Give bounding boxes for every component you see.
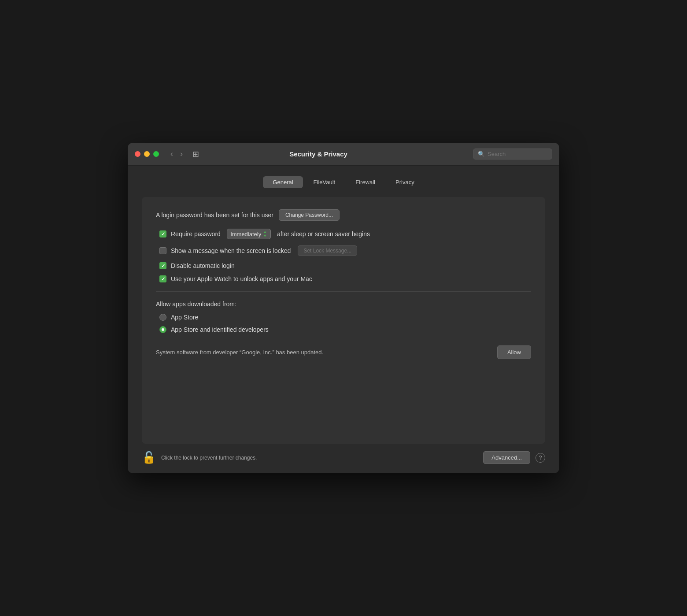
- app-store-label: App Store: [171, 314, 198, 321]
- password-notice-text: A login password has been set for this u…: [156, 212, 273, 219]
- require-password-label: Require password: [171, 230, 221, 237]
- google-notice-row: System software from developer “Google, …: [156, 342, 531, 363]
- password-notice-row: A login password has been set for this u…: [156, 209, 531, 221]
- search-box[interactable]: 🔍: [473, 148, 552, 160]
- app-store-identified-radio[interactable]: [159, 326, 166, 333]
- lock-text: Click the lock to prevent further change…: [161, 455, 478, 461]
- arrow-down-icon[interactable]: ▼: [263, 234, 267, 238]
- close-button[interactable]: [135, 151, 140, 157]
- timing-value: immediately: [231, 231, 261, 237]
- tab-firewall[interactable]: Firewall: [346, 176, 385, 188]
- tab-privacy[interactable]: Privacy: [386, 176, 424, 188]
- general-panel: A login password has been set for this u…: [142, 197, 545, 444]
- show-message-checkbox[interactable]: [159, 247, 166, 254]
- set-lock-message-button: Set Lock Message...: [298, 245, 357, 256]
- lock-icon[interactable]: 🔓: [142, 451, 156, 464]
- require-password-row: Require password immediately ▲ ▼ after s…: [156, 229, 531, 239]
- app-store-identified-radio-row: App Store and identified developers: [156, 326, 531, 333]
- divider: [156, 291, 531, 292]
- search-input[interactable]: [488, 151, 547, 157]
- main-window: ‹ › ⊞ Security & Privacy 🔍 General FileV…: [128, 143, 559, 473]
- maximize-button[interactable]: [153, 151, 159, 157]
- apple-watch-checkbox[interactable]: [159, 275, 166, 282]
- footer: 🔓 Click the lock to prevent further chan…: [128, 444, 559, 473]
- content-area: General FileVault Firewall Privacy A log…: [128, 166, 559, 444]
- timing-dropdown[interactable]: immediately ▲ ▼: [227, 229, 271, 239]
- show-message-label: Show a message when the screen is locked: [171, 247, 291, 254]
- show-message-row: Show a message when the screen is locked…: [156, 245, 531, 256]
- titlebar: ‹ › ⊞ Security & Privacy 🔍: [128, 143, 559, 166]
- traffic-lights: [135, 151, 159, 157]
- app-store-radio[interactable]: [159, 314, 166, 321]
- app-store-radio-row: App Store: [156, 314, 531, 321]
- search-icon: 🔍: [478, 151, 485, 157]
- tab-general[interactable]: General: [263, 176, 303, 188]
- disable-autologin-checkbox[interactable]: [159, 262, 166, 269]
- google-notice-text: System software from developer “Google, …: [156, 349, 323, 356]
- change-password-button[interactable]: Change Password...: [279, 209, 340, 221]
- disable-autologin-row: Disable automatic login: [156, 262, 531, 269]
- help-button[interactable]: ?: [536, 453, 545, 463]
- disable-autologin-label: Disable automatic login: [171, 262, 235, 269]
- app-store-identified-label: App Store and identified developers: [171, 326, 269, 333]
- allow-apps-title: Allow apps downloaded from:: [156, 301, 531, 308]
- apple-watch-label: Use your Apple Watch to unlock apps and …: [171, 275, 312, 282]
- after-label: after sleep or screen saver begins: [277, 230, 370, 237]
- tab-bar: General FileVault Firewall Privacy: [142, 176, 545, 188]
- advanced-button[interactable]: Advanced...: [483, 451, 530, 464]
- require-password-checkbox[interactable]: [159, 230, 166, 237]
- timing-stepper[interactable]: ▲ ▼: [263, 230, 267, 238]
- apple-watch-row: Use your Apple Watch to unlock apps and …: [156, 275, 531, 282]
- minimize-button[interactable]: [144, 151, 150, 157]
- allow-button[interactable]: Allow: [497, 345, 531, 359]
- tab-filevault[interactable]: FileVault: [304, 176, 345, 188]
- window-title: Security & Privacy: [169, 150, 468, 158]
